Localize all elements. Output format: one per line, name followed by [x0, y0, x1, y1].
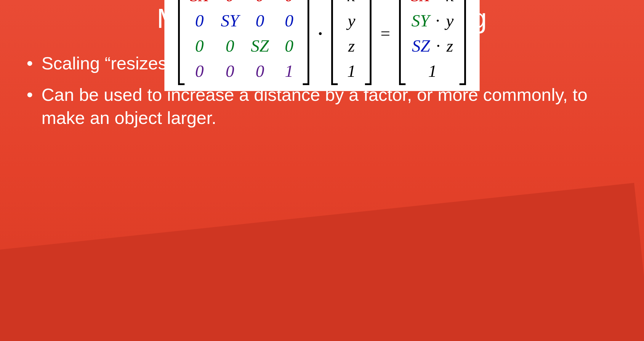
left-bracket-icon: [399, 0, 406, 85]
matrix-cell: SY: [221, 11, 239, 31]
matrix-cell: 0: [221, 61, 239, 81]
right-bracket-icon: [459, 0, 466, 85]
matrix-cell: 0: [251, 0, 269, 5]
dot-operator: ·: [312, 23, 329, 43]
matrix-cell: 0: [190, 11, 209, 31]
matrix-cell: 0: [221, 36, 239, 56]
matrix-cell: 0: [251, 11, 269, 31]
vector-cell: 1: [343, 61, 360, 81]
slide-content: Matrix Transforms: Scaling Scaling “resi…: [0, 0, 644, 130]
dot-text: ·: [434, 0, 442, 5]
matrix-cell: 0: [190, 61, 209, 81]
right-bracket-icon: [365, 0, 372, 85]
vector-cell: y: [343, 11, 360, 31]
var-text: x: [446, 0, 454, 5]
equation-box: SX 0 0 0 0 SY 0 0 0 0 SZ 0 0 0 0 1: [164, 0, 480, 91]
left-bracket-icon: [178, 0, 185, 85]
var-text: y: [446, 11, 454, 30]
matrix-cell: 0: [221, 0, 239, 5]
matrix-cell: 0: [190, 36, 209, 56]
slide: Matrix Transforms: Scaling Scaling “resi…: [0, 0, 644, 341]
matrix-cell: SX: [190, 0, 209, 5]
matrix-cell: 0: [251, 61, 269, 81]
vector-cell: x: [343, 0, 360, 5]
scale-matrix: SX 0 0 0 0 SY 0 0 0 0 SZ 0 0 0 0 1: [178, 0, 309, 85]
matrix-cell: 0: [281, 36, 297, 56]
vector-cell: SX · x: [411, 0, 454, 5]
vector-cell: SZ · z: [411, 36, 454, 56]
equals-operator: =: [374, 23, 397, 43]
var-text: z: [446, 36, 453, 55]
matrix-cell: 0: [281, 11, 297, 31]
dot-text: ·: [434, 36, 442, 55]
right-bracket-icon: [303, 0, 309, 85]
output-vector: SX · x SY · y SZ · z 1: [399, 0, 466, 85]
var-text: 1: [428, 61, 437, 81]
scale-factor: SX: [411, 0, 430, 5]
vector-cell: z: [343, 36, 360, 56]
dot-text: ·: [434, 11, 442, 30]
vector-grid: x y z 1: [338, 0, 365, 85]
matrix-cell: 0: [281, 0, 297, 5]
matrix-grid: SX 0 0 0 0 SY 0 0 0 0 SZ 0 0 0 0 1: [185, 0, 303, 85]
left-bracket-icon: [331, 0, 338, 85]
vector-cell: 1: [411, 61, 454, 81]
vector-grid: SX · x SY · y SZ · z 1: [406, 0, 459, 85]
scale-factor: SZ: [412, 36, 430, 55]
input-vector: x y z 1: [331, 0, 372, 85]
scale-factor: SY: [411, 11, 430, 30]
matrix-cell: 1: [281, 61, 297, 81]
matrix-cell: SZ: [251, 36, 269, 56]
vector-cell: SY · y: [411, 11, 454, 31]
